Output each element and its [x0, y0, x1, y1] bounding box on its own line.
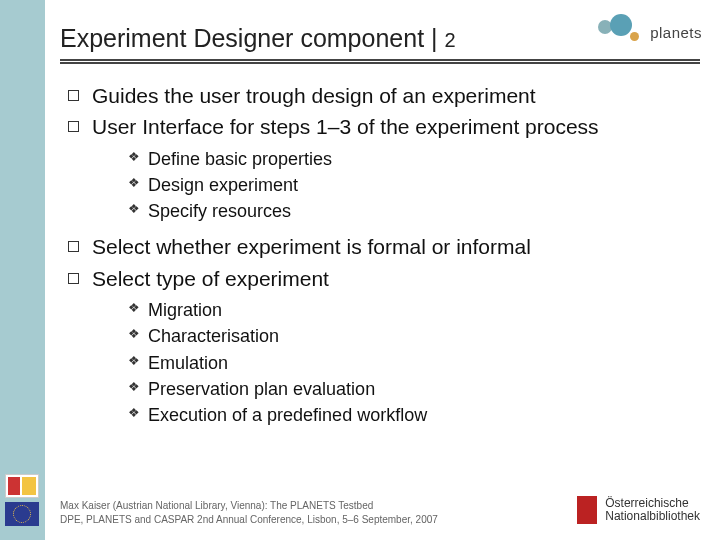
sub-list: Define basic properties Design experimen…: [128, 147, 700, 224]
bullet-list: Guides the user trough design of an expe…: [68, 82, 700, 428]
eu-flag-icon: [5, 502, 39, 526]
slide: planets Experiment Designer component | …: [0, 0, 720, 540]
list-item: Select type of experiment Migration Char…: [68, 265, 700, 428]
list-item: Preservation plan evaluation: [128, 377, 700, 401]
left-accent-bar: [0, 0, 45, 540]
footer-line: Max Kaiser (Austrian National Library, V…: [60, 499, 438, 513]
list-item-text: Select type of experiment: [92, 267, 329, 290]
list-item: Emulation: [128, 351, 700, 375]
onb-line: Nationalbibliothek: [605, 510, 700, 523]
list-item: Design experiment: [128, 173, 700, 197]
footer-line: DPE, PLANETS and CASPAR 2nd Annual Confe…: [60, 513, 438, 527]
ist-logo-icon: [5, 474, 39, 498]
list-item: Execution of a predefined workflow: [128, 403, 700, 427]
onb-text: Österreichische Nationalbibliothek: [605, 497, 700, 523]
list-item: Migration: [128, 298, 700, 322]
list-item: Guides the user trough design of an expe…: [68, 82, 700, 109]
title-main: Experiment Designer component |: [60, 24, 444, 52]
footer: Max Kaiser (Austrian National Library, V…: [60, 499, 438, 526]
list-item: User Interface for steps 1–3 of the expe…: [68, 113, 700, 223]
sub-list: Migration Characterisation Emulation Pre…: [128, 298, 700, 427]
content-area: Experiment Designer component | 2 Guides…: [60, 24, 700, 438]
onb-logo: Österreichische Nationalbibliothek: [577, 496, 700, 524]
title-number: 2: [444, 29, 455, 51]
list-item: Characterisation: [128, 324, 700, 348]
onb-mark-icon: [577, 496, 597, 524]
list-item: Select whether experiment is formal or i…: [68, 233, 700, 260]
list-item-text: User Interface for steps 1–3 of the expe…: [92, 115, 599, 138]
slide-title: Experiment Designer component | 2: [60, 24, 456, 53]
title-row: Experiment Designer component | 2: [60, 24, 700, 64]
eu-badges: [5, 474, 39, 526]
list-item: Define basic properties: [128, 147, 700, 171]
list-item: Specify resources: [128, 199, 700, 223]
